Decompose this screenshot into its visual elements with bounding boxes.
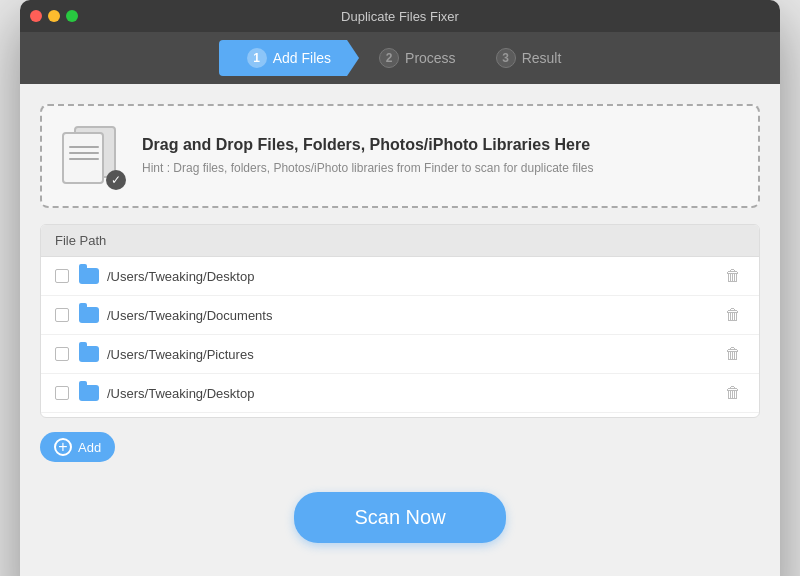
file-path: /Users/Tweaking/Documents xyxy=(107,308,721,323)
add-button[interactable]: + Add xyxy=(40,432,115,462)
file-list-header: File Path xyxy=(41,225,759,257)
add-button-label: Add xyxy=(78,440,101,455)
close-button[interactable] xyxy=(30,10,42,22)
drop-zone-title: Drag and Drop Files, Folders, Photos/iPh… xyxy=(142,136,738,154)
folder-icon xyxy=(79,346,99,362)
scan-now-button[interactable]: Scan Now xyxy=(294,492,505,543)
doc-lines xyxy=(69,146,99,160)
minimize-button[interactable] xyxy=(48,10,60,22)
file-checkbox[interactable] xyxy=(55,269,69,283)
step-number-2: 2 xyxy=(379,48,399,68)
step-process[interactable]: 2 Process xyxy=(359,42,476,74)
file-item: /Users/Tweaking/Documents 🗑 xyxy=(41,413,759,417)
content-area: ✓ Drag and Drop Files, Folders, Photos/i… xyxy=(20,84,780,576)
delete-icon[interactable]: 🗑 xyxy=(721,265,745,287)
doc-icon-front xyxy=(62,132,104,184)
file-checkbox[interactable] xyxy=(55,347,69,361)
file-item: /Users/Tweaking/Documents 🗑 xyxy=(41,296,759,335)
checkmark-icon: ✓ xyxy=(106,170,126,190)
step-label-add-files: Add Files xyxy=(273,50,331,66)
steps-bar: 1 Add Files 2 Process 3 Result xyxy=(20,32,780,84)
file-item: /Users/Tweaking/Desktop 🗑 xyxy=(41,257,759,296)
folder-icon xyxy=(79,268,99,284)
file-path: /Users/Tweaking/Desktop xyxy=(107,269,721,284)
step-number-3: 3 xyxy=(496,48,516,68)
doc-line xyxy=(69,158,99,160)
traffic-lights xyxy=(30,10,78,22)
file-item: /Users/Tweaking/Desktop 🗑 xyxy=(41,374,759,413)
folder-icon xyxy=(79,385,99,401)
step-label-process: Process xyxy=(405,50,456,66)
file-checkbox[interactable] xyxy=(55,386,69,400)
titlebar: Duplicate Files Fixer xyxy=(20,0,780,32)
drop-zone-text: Drag and Drop Files, Folders, Photos/iPh… xyxy=(142,136,738,177)
step-label-result: Result xyxy=(522,50,562,66)
file-path: /Users/Tweaking/Pictures xyxy=(107,347,721,362)
drop-zone-hint: Hint : Drag files, folders, Photos/iPhot… xyxy=(142,160,738,177)
delete-icon[interactable]: 🗑 xyxy=(721,304,745,326)
folder-icon xyxy=(79,307,99,323)
step-result[interactable]: 3 Result xyxy=(476,42,582,74)
file-path: /Users/Tweaking/Desktop xyxy=(107,386,721,401)
file-checkbox[interactable] xyxy=(55,308,69,322)
drop-zone[interactable]: ✓ Drag and Drop Files, Folders, Photos/i… xyxy=(40,104,760,208)
file-list-container: File Path /Users/Tweaking/Desktop 🗑 /Use… xyxy=(40,224,760,418)
scan-section: Scan Now xyxy=(40,482,760,559)
add-circle-icon: + xyxy=(54,438,72,456)
app-window: Duplicate Files Fixer 1 Add Files 2 Proc… xyxy=(20,0,780,576)
doc-line xyxy=(69,152,99,154)
file-list: /Users/Tweaking/Desktop 🗑 /Users/Tweakin… xyxy=(41,257,759,417)
window-title: Duplicate Files Fixer xyxy=(341,9,459,24)
step-number-1: 1 xyxy=(247,48,267,68)
step-add-files[interactable]: 1 Add Files xyxy=(219,40,359,76)
maximize-button[interactable] xyxy=(66,10,78,22)
file-item: /Users/Tweaking/Pictures 🗑 xyxy=(41,335,759,374)
delete-icon[interactable]: 🗑 xyxy=(721,343,745,365)
drop-zone-icon: ✓ xyxy=(62,126,122,186)
delete-icon[interactable]: 🗑 xyxy=(721,382,745,404)
doc-line xyxy=(69,146,99,148)
